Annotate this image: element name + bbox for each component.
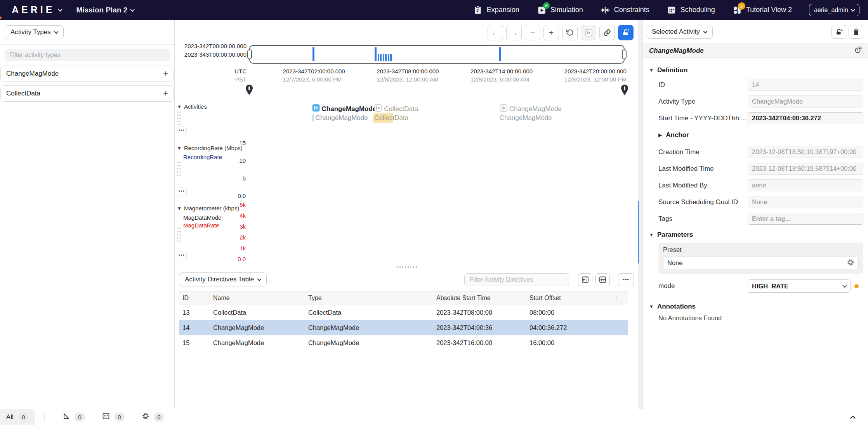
pan-right-button[interactable]: → xyxy=(506,25,522,40)
chevron-down-icon xyxy=(257,277,262,281)
zoom-out-button[interactable]: − xyxy=(525,25,540,40)
activity-child-marker[interactable]: ChangeMagMode xyxy=(500,114,552,122)
plan-selector[interactable]: Mission Plan 2 xyxy=(76,6,134,14)
view-grid-icon xyxy=(732,5,742,15)
parameters-section-header[interactable]: ▼ Parameters xyxy=(649,231,863,239)
table-cell: ChangeMagMode xyxy=(210,335,305,350)
child-chip-wrap: CollectData xyxy=(374,114,408,122)
gear-icon[interactable] xyxy=(847,258,854,268)
activity-type-item[interactable]: ChangeMagMode+ xyxy=(0,66,174,82)
nav-view[interactable]: Tutorial View 2 xyxy=(732,5,792,15)
activity-child-label: ChangeMagMode xyxy=(316,114,368,122)
activity-label: ChangeMagMode xyxy=(322,105,377,113)
simulation-status-item[interactable]: 0 xyxy=(142,412,164,422)
activities-row-menu-button[interactable]: ••• xyxy=(177,127,187,135)
zoom-in-button[interactable]: + xyxy=(543,25,559,40)
column-header[interactable]: Name xyxy=(210,291,305,305)
right-panel-selector[interactable]: Selected Activity xyxy=(646,25,713,39)
row-drag-handle[interactable] xyxy=(177,111,181,126)
minimap-right-handle[interactable] xyxy=(622,49,627,59)
minimap-activity-tick xyxy=(388,54,389,61)
table-filter-input[interactable] xyxy=(464,273,569,286)
preset-value: None xyxy=(667,259,682,267)
delete-activity-button[interactable] xyxy=(849,25,863,39)
id-field[interactable] xyxy=(748,79,863,91)
column-header-spacer xyxy=(616,291,628,305)
collapse-console-button[interactable] xyxy=(849,413,857,422)
activity-type-name: CollectData xyxy=(6,90,40,97)
scheduling-status-item[interactable]: 0 xyxy=(102,412,125,422)
column-header[interactable]: ID xyxy=(179,291,210,305)
tags-field[interactable] xyxy=(748,213,863,225)
console-errors-item[interactable]: 0 xyxy=(62,412,85,422)
source-scheduling-goal-id-field[interactable] xyxy=(748,196,863,208)
nav-scheduling[interactable]: Scheduling xyxy=(667,5,715,15)
table-cell xyxy=(616,320,628,335)
activity-type-field[interactable] xyxy=(748,95,863,108)
table-row[interactable]: 13CollectDataCollectData2023-342T08:00:0… xyxy=(179,305,628,320)
activity-marker[interactable]: ChangeMagMode xyxy=(500,104,562,114)
annotations-section-header[interactable]: ▼ Annotations xyxy=(649,303,863,311)
column-header[interactable]: Start Offset xyxy=(526,291,616,305)
user-menu-button[interactable]: aerie_admin xyxy=(809,4,859,16)
table-cell: 16:00:00 xyxy=(526,335,616,350)
mode-select[interactable]: HIGH_RATE xyxy=(748,279,851,293)
table-view-selector[interactable]: Activity Directives Table xyxy=(179,272,267,286)
fit-columns-button[interactable] xyxy=(595,273,610,286)
minimap-left-handle[interactable] xyxy=(247,49,252,59)
simulation-success-badge xyxy=(543,2,550,9)
column-header[interactable]: Absolute Start Time xyxy=(433,291,526,305)
activity-type-item[interactable]: CollectData+ xyxy=(0,85,174,102)
preset-select[interactable]: None xyxy=(663,257,859,269)
activity-types-filter-input[interactable] xyxy=(5,49,170,61)
follow-activity-button[interactable] xyxy=(581,25,596,40)
add-activity-button[interactable]: + xyxy=(163,89,168,98)
column-header[interactable]: Type xyxy=(305,291,433,305)
minimap-activity-tick xyxy=(380,54,382,61)
table-selector-wrap: Activity Directives Table xyxy=(179,272,267,286)
plan-start-pin[interactable] xyxy=(246,85,253,97)
creation-time-field[interactable] xyxy=(748,146,863,158)
add-activity-button[interactable]: + xyxy=(163,69,168,78)
y-axis-tick: 15 xyxy=(177,140,246,146)
pan-left-button[interactable]: ← xyxy=(488,25,503,40)
unlock-button[interactable] xyxy=(618,25,634,40)
table-menu-button[interactable]: ••• xyxy=(618,273,634,286)
timeline-minimap[interactable] xyxy=(249,45,625,64)
minimap-activity-tick xyxy=(378,54,379,61)
activity-marker[interactable]: CollectData xyxy=(374,104,418,114)
activity-child-marker[interactable]: CollectData xyxy=(374,114,408,122)
section-title: Definition xyxy=(657,66,687,74)
activity-types-selector[interactable]: Activity Types xyxy=(5,25,64,39)
plan-end-pin[interactable] xyxy=(621,85,628,97)
nav-constraints[interactable]: Constraints xyxy=(600,5,649,15)
axis-tick-utc: 2023-342T20:00:00.000 xyxy=(564,68,627,75)
panel-resize-handle[interactable] xyxy=(396,265,418,269)
last-modified-time-field[interactable] xyxy=(748,163,863,175)
chevron-down-icon xyxy=(703,29,707,33)
link-button[interactable] xyxy=(599,25,615,40)
modified-indicator-dot[interactable] xyxy=(854,284,859,288)
activities-row-title[interactable]: ▼ Activities xyxy=(177,103,207,110)
table-row[interactable]: 15ChangeMagModeChangeMagMode2023-342T16:… xyxy=(179,335,628,350)
last-modified-by-field[interactable] xyxy=(748,179,863,191)
nav-expansion[interactable]: Expansion xyxy=(473,5,519,15)
directive-time-icon[interactable] xyxy=(854,46,863,56)
aerie-logo[interactable]: AERIE ✦ xyxy=(12,4,62,16)
all-messages-tab[interactable]: All 0 xyxy=(0,409,35,425)
definition-section-header[interactable]: ▼ Definition xyxy=(649,66,863,74)
nav-simulation[interactable]: Simulation xyxy=(536,5,583,15)
table-row[interactable]: 14ChangeMagModeChangeMagMode2023-342T04:… xyxy=(179,320,628,335)
table-cell: 2023-342T16:00:00 xyxy=(433,335,526,350)
anchor-subsection-header[interactable]: ▶Anchor xyxy=(658,131,863,139)
unlock-activity-button[interactable] xyxy=(832,25,846,39)
nav-label: Simulation xyxy=(550,6,583,14)
activity-child-marker[interactable]: ChangeMagMode xyxy=(312,114,368,122)
activity-directive-icon xyxy=(312,104,320,114)
activity-marker[interactable]: ChangeMagMode xyxy=(312,104,377,114)
show-directives-panel-button[interactable] xyxy=(578,273,592,286)
definition-fields: IDActivity TypeStart Time - YYYY-DDDThh:… xyxy=(649,79,863,225)
start-time-yyyy-dddthh-field[interactable] xyxy=(748,112,863,124)
clipboard-icon xyxy=(473,5,483,15)
reset-view-button[interactable] xyxy=(562,25,578,40)
